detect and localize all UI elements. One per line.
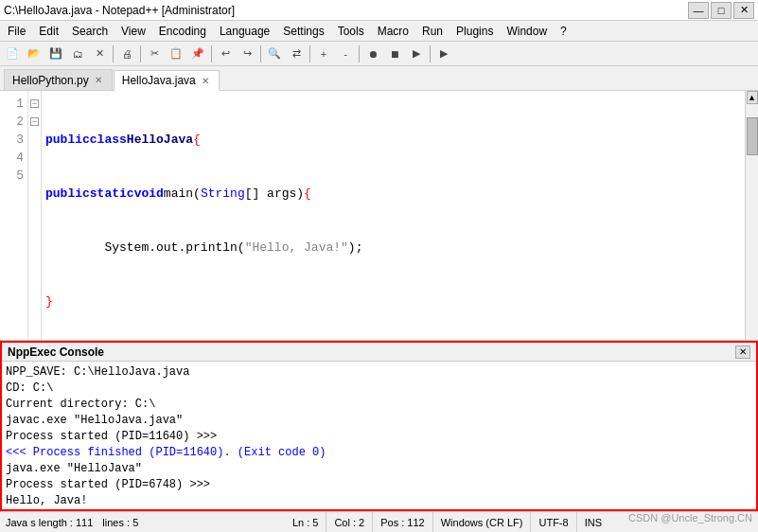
tab-java-close[interactable]: ✕ (200, 76, 211, 86)
minimize-button[interactable]: — (688, 2, 709, 19)
tab-bar: HelloPython.py ✕ HelloJava.java ✕ (0, 66, 758, 91)
code-line-3: System.out.println("Hello, Java!"); (45, 239, 741, 257)
console-line-9: Hello, Java! (6, 493, 752, 509)
status-right: Ln : 5 Col : 2 Pos : 112 Windows (CR LF)… (285, 512, 752, 533)
status-ln: Ln : 5 (285, 512, 326, 533)
menu-search[interactable]: Search (66, 23, 114, 40)
menu-edit[interactable]: Edit (33, 23, 64, 40)
menu-window[interactable]: Window (501, 23, 553, 40)
replace-button[interactable]: ⇄ (286, 44, 307, 64)
console-line-7: java.exe "HelloJava" (6, 461, 752, 477)
menu-tools[interactable]: Tools (332, 23, 370, 40)
console-line-8: Process started (PID=6748) >>> (6, 477, 752, 493)
console-line-4: javac.exe "HelloJava.java" (6, 413, 752, 429)
console-line-2: CD: C:\ (6, 381, 752, 397)
status-lines: lines : 5 (102, 517, 138, 528)
fold-2[interactable]: − (29, 113, 40, 131)
menu-language[interactable]: Language (214, 23, 275, 40)
line-num-1: 1 (4, 95, 24, 113)
new-file-button[interactable]: 📄 (2, 44, 23, 64)
zoom-out-button[interactable]: - (335, 44, 356, 64)
fold-box-2[interactable]: − (30, 117, 39, 126)
toolbar-separator-5 (309, 45, 310, 62)
menu-macro[interactable]: Macro (372, 23, 414, 40)
menu-run[interactable]: Run (416, 23, 449, 40)
editor-scrollbar[interactable]: ▲ (745, 91, 758, 340)
status-pos: Pos : 112 (372, 512, 432, 533)
status-bar: Java s length : 111 lines : 5 Ln : 5 Col… (0, 511, 758, 532)
console-header: NppExec Console ✕ (2, 343, 756, 362)
macro-stop-button[interactable]: ⏹ (384, 44, 405, 64)
toolbar-separator-7 (430, 45, 431, 62)
line-num-4: 4 (4, 149, 24, 167)
copy-button[interactable]: 📋 (166, 44, 186, 64)
menu-encoding[interactable]: Encoding (153, 23, 212, 40)
console-line-1: NPP_SAVE: C:\HelloJava.java (6, 364, 752, 381)
fold-3 (29, 131, 40, 149)
toolbar-separator-6 (359, 45, 360, 62)
fold-1[interactable]: − (29, 95, 40, 113)
zoom-in-button[interactable]: + (313, 44, 334, 64)
console-close-button[interactable]: ✕ (735, 346, 750, 359)
scrollbar-thumb[interactable] (747, 117, 758, 155)
menu-help[interactable]: ? (555, 23, 573, 40)
menu-view[interactable]: View (115, 23, 151, 40)
console-content[interactable]: NPP_SAVE: C:\HelloJava.java CD: C:\ Curr… (2, 362, 756, 509)
run-button[interactable]: ▶ (433, 44, 454, 64)
macro-play-button[interactable]: ▶ (406, 44, 427, 64)
console-line-6: <<< Process finished (PID=11640). (Exit … (6, 445, 752, 461)
code-editor[interactable]: public class HelloJava{ public static vo… (42, 91, 745, 340)
line-num-5: 5 (4, 167, 24, 185)
toolbar: 📄 📂 💾 🗂 ✕ 🖨 ✂ 📋 📌 ↩ ↪ 🔍 ⇄ + - ⏺ ⏹ ▶ ▶ (0, 42, 758, 66)
close-file-button[interactable]: ✕ (89, 44, 110, 64)
tab-java-label: HelloJava.java (122, 74, 196, 87)
cut-button[interactable]: ✂ (144, 44, 165, 64)
line-num-3: 3 (4, 131, 24, 149)
title-text: C:\HelloJava.java - Notepad++ [Administr… (4, 4, 235, 17)
code-line-1: public class HelloJava{ (45, 131, 741, 149)
console-line-5: Process started (PID=11640) >>> (6, 429, 752, 445)
main-area: 1 2 3 4 5 − − public class HelloJava{ pu… (0, 91, 758, 511)
save-file-button[interactable]: 💾 (45, 44, 66, 64)
open-file-button[interactable]: 📂 (24, 44, 44, 64)
undo-button[interactable]: ↩ (215, 44, 236, 64)
status-col: Col : 2 (326, 512, 372, 533)
menu-file[interactable]: File (2, 23, 31, 40)
status-length: Java s length : 111 (6, 517, 93, 528)
code-fold-column: − − (28, 91, 42, 340)
tab-java[interactable]: HelloJava.java ✕ (114, 70, 220, 91)
status-ins: INS (576, 512, 609, 533)
title-bar: C:\HelloJava.java - Notepad++ [Administr… (0, 0, 758, 21)
console-line-3: Current directory: C:\ (6, 397, 752, 413)
fold-5 (29, 167, 40, 185)
watermark: CSDN @Uncle_Strong.CN (628, 512, 752, 533)
code-line-4: } (45, 293, 741, 310)
print-button[interactable]: 🖨 (116, 44, 137, 64)
toolbar-separator-2 (140, 45, 141, 62)
tab-python-close[interactable]: ✕ (93, 75, 104, 85)
code-line-2: public static void main(String[] args){ (45, 185, 741, 203)
tab-python[interactable]: HelloPython.py ✕ (4, 69, 113, 90)
fold-box-1[interactable]: − (30, 99, 39, 108)
fold-4 (29, 149, 40, 167)
scroll-up-btn[interactable]: ▲ (747, 91, 758, 104)
find-button[interactable]: 🔍 (264, 44, 285, 64)
editor-area: 1 2 3 4 5 − − public class HelloJava{ pu… (0, 91, 758, 341)
maximize-button[interactable]: □ (711, 2, 732, 19)
title-buttons: — □ ✕ (688, 2, 754, 19)
line-num-2: 2 (4, 113, 24, 131)
line-numbers: 1 2 3 4 5 (0, 91, 28, 340)
toolbar-separator-4 (260, 45, 261, 62)
save-all-button[interactable]: 🗂 (67, 44, 88, 64)
menu-bar: File Edit Search View Encoding Language … (0, 21, 758, 42)
menu-settings[interactable]: Settings (277, 23, 329, 40)
menu-plugins[interactable]: Plugins (450, 23, 499, 40)
paste-button[interactable]: 📌 (187, 44, 208, 64)
macro-record-button[interactable]: ⏺ (362, 44, 383, 64)
toolbar-separator-3 (211, 45, 212, 62)
console-panel: NppExec Console ✕ NPP_SAVE: C:\HelloJava… (0, 341, 758, 511)
redo-button[interactable]: ↪ (237, 44, 257, 64)
close-button[interactable]: ✕ (733, 2, 754, 19)
console-title: NppExec Console (8, 346, 104, 359)
status-encoding: Windows (CR LF) (432, 512, 531, 533)
